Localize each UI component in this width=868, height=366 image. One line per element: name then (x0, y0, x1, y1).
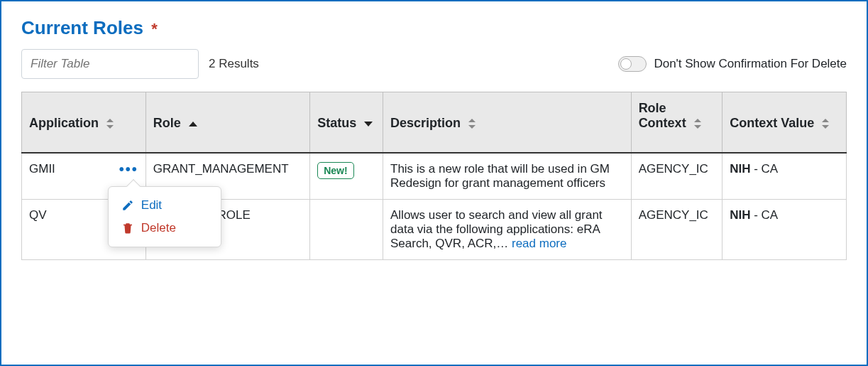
col-label: Context Value (730, 116, 814, 130)
confirm-delete-toggle-wrap: Don't Show Confirmation For Delete (618, 56, 847, 72)
col-header-description[interactable]: Description (383, 92, 632, 154)
filter-table-input[interactable] (21, 49, 199, 79)
menu-delete[interactable]: Delete (119, 217, 211, 239)
toolbar: 2 Results Don't Show Confirmation For De… (21, 49, 847, 79)
col-header-status[interactable]: Status (310, 92, 383, 154)
status-badge-new: New! (317, 162, 353, 179)
cell-application: GMII (29, 162, 55, 176)
cell-role-context: AGENCY_IC (631, 153, 723, 200)
sort-icon (106, 119, 114, 129)
col-label: Role Context (639, 101, 686, 130)
sort-icon (822, 119, 829, 129)
cell-context-value: NIH - CA (723, 153, 847, 200)
required-asterisk: * (151, 20, 158, 38)
cell-status: New! (310, 153, 383, 200)
sort-icon (468, 119, 476, 129)
panel-title-text: Current Roles (21, 17, 143, 38)
col-header-application[interactable]: Application (22, 92, 146, 154)
col-label: Role (153, 116, 181, 130)
cell-application: QV (29, 208, 47, 222)
sort-desc-icon (364, 122, 373, 127)
col-label: Status (317, 116, 356, 130)
sort-icon (694, 119, 701, 129)
menu-delete-label: Delete (141, 221, 176, 235)
col-header-context-value[interactable]: Context Value (723, 92, 847, 154)
read-more-link[interactable]: read more (512, 237, 566, 250)
current-roles-panel: Current Roles * 2 Results Don't Show Con… (0, 0, 868, 366)
col-header-role[interactable]: Role (145, 92, 309, 154)
col-header-role-context[interactable]: Role Context (631, 92, 723, 154)
cell-role-context: AGENCY_IC (631, 200, 723, 260)
col-label: Application (29, 116, 99, 130)
cell-context-value: NIH - CA (723, 200, 847, 260)
trash-icon (121, 222, 134, 235)
confirm-delete-toggle[interactable] (618, 56, 647, 72)
menu-edit-label: Edit (141, 198, 162, 212)
menu-edit[interactable]: Edit (119, 194, 211, 217)
col-label: Description (390, 116, 461, 130)
edit-icon (121, 199, 134, 212)
cell-description: This is a new role that will be used in … (383, 153, 632, 200)
sort-asc-icon (189, 122, 197, 127)
cell-status (310, 200, 383, 260)
confirm-delete-toggle-label: Don't Show Confirmation For Delete (654, 57, 847, 71)
row-actions-menu: Edit Delete (108, 186, 221, 247)
row-actions-trigger[interactable]: ••• (119, 162, 138, 176)
results-count: 2 Results (209, 57, 259, 71)
panel-title: Current Roles * (21, 17, 847, 39)
cell-description: Allows user to search and view all grant… (383, 200, 632, 260)
